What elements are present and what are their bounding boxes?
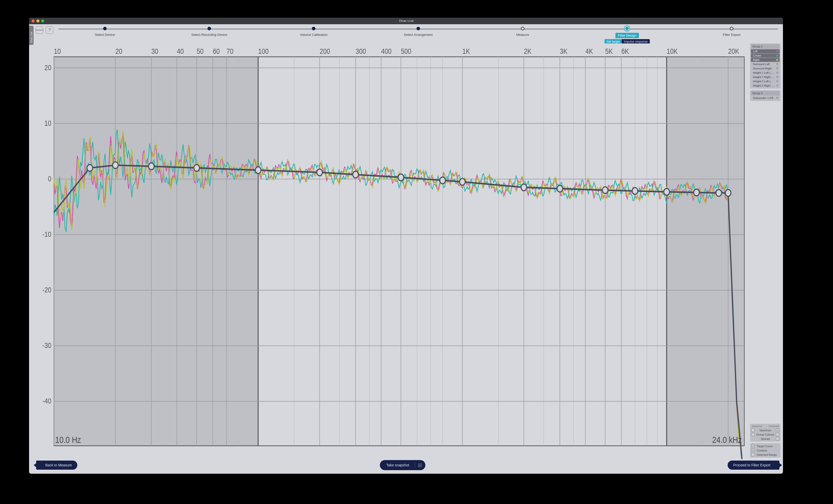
option-row: Group Colours [751, 432, 780, 436]
step-label: Measure [516, 33, 529, 36]
progress-stepper: Select DeviceSelect Recording DeviceVolu… [56, 27, 781, 42]
step-label: Volume Calibration [300, 33, 328, 36]
channel-row[interactable]: Right [751, 58, 780, 62]
svg-text:5K: 5K [605, 47, 613, 55]
channel-row[interactable]: Subwoofer / LFE [751, 96, 780, 100]
channel-group: Group 2Subwoofer / LFE [750, 90, 781, 101]
svg-text:20K: 20K [728, 47, 739, 55]
svg-point-84 [557, 185, 563, 192]
svg-point-77 [256, 167, 261, 174]
chart-area[interactable]: 102030405060701002003004005001K2K3K4K5K6… [35, 44, 748, 459]
channel-name: Surround Right [753, 67, 777, 70]
checkbox-corrected[interactable] [776, 437, 779, 440]
channel-name: Center [753, 54, 776, 57]
channel-row[interactable]: Height 1 Right … [751, 75, 780, 79]
step-dot [208, 27, 211, 30]
close-icon[interactable] [31, 20, 34, 23]
svg-point-73 [87, 165, 93, 171]
group-header[interactable]: Group 2 [751, 91, 780, 96]
checkbox-corrected[interactable] [776, 433, 779, 436]
channel-row[interactable]: Height 2 Right … [751, 83, 780, 87]
channel-color-icon [777, 72, 778, 74]
step-dot [521, 27, 524, 30]
step-1[interactable]: Select Recording Device [161, 27, 258, 44]
channel-row[interactable]: Center [751, 53, 780, 57]
channel-color-icon [776, 50, 778, 52]
option-label: Spread [755, 437, 776, 440]
channel-name: Right [753, 58, 776, 61]
channel-row[interactable]: Surround Right [751, 67, 780, 71]
channel-name: Left [753, 50, 776, 53]
step-0[interactable]: Select Device [56, 27, 154, 44]
channel-name: Height 2 Right … [753, 84, 777, 87]
checkbox-corrected[interactable] [776, 428, 779, 432]
window-title: Dirac Live [44, 19, 768, 23]
checkbox-measured[interactable] [752, 428, 755, 432]
svg-point-83 [521, 184, 527, 191]
svg-text:500: 500 [401, 47, 411, 55]
channel-color-icon [777, 63, 778, 65]
svg-text:300: 300 [356, 47, 366, 55]
channel-row[interactable]: Surround Left [751, 62, 780, 66]
back-button[interactable]: Back to Measure [36, 460, 77, 470]
channel-color-icon [777, 68, 778, 69]
minimize-icon[interactable] [37, 20, 40, 23]
svg-text:6K: 6K [621, 47, 629, 55]
step-2[interactable]: Volume Calibration [265, 27, 363, 44]
svg-text:10: 10 [45, 119, 52, 127]
svg-text:24.0 kHz: 24.0 kHz [712, 434, 742, 445]
option-row: Spread [751, 436, 780, 441]
menu-button[interactable] [35, 26, 43, 34]
step-dot [625, 27, 629, 30]
svg-text:-30: -30 [43, 341, 52, 350]
checkbox[interactable] [752, 449, 755, 452]
option-row: Detected Range [751, 453, 780, 457]
channel-color-icon [777, 97, 778, 99]
maximize-icon[interactable] [41, 20, 44, 23]
svg-text:1K: 1K [462, 47, 470, 55]
svg-point-88 [694, 189, 699, 196]
option-label: Target Curve [755, 445, 779, 448]
channel-color-icon [776, 59, 778, 61]
svg-text:200: 200 [320, 47, 330, 55]
step-3[interactable]: Select Arrangement [369, 27, 467, 44]
svg-text:-40: -40 [43, 397, 52, 405]
help-button[interactable]: ? [46, 26, 53, 34]
channel-name: Height 1 Left (… [753, 71, 777, 74]
step-4[interactable]: Measure [474, 27, 572, 44]
svg-text:50: 50 [197, 47, 204, 55]
channel-name: Height 2 Left (… [753, 80, 777, 83]
svg-point-82 [460, 178, 465, 185]
snapshot-list-icon[interactable] [419, 463, 422, 467]
svg-point-87 [664, 188, 669, 195]
svg-text:20: 20 [45, 64, 52, 72]
channel-row[interactable]: Height 1 Left (… [751, 71, 780, 75]
svg-point-78 [317, 169, 323, 176]
titlebar: Dirac Live [29, 18, 783, 24]
svg-text:10.0 Hz: 10.0 Hz [55, 434, 81, 445]
snapshot-button[interactable]: Take snapshot [380, 460, 425, 470]
option-label: Spectrum [755, 429, 776, 432]
svg-point-86 [632, 187, 638, 194]
channel-row[interactable]: Height 2 Left (… [751, 79, 780, 83]
display-options-2: Target CurveCurtainsDetected Range [750, 443, 781, 457]
traffic-lights [31, 20, 44, 23]
option-row: Target Curve [751, 444, 780, 448]
svg-text:60: 60 [213, 47, 220, 55]
checkbox[interactable] [752, 445, 755, 448]
option-label: Group Colours [755, 433, 776, 436]
channel-color-icon [777, 76, 778, 78]
step-5[interactable]: Filter DesignSet targetImpulse response [578, 27, 676, 44]
checkbox-measured[interactable] [752, 433, 755, 436]
svg-point-76 [194, 165, 199, 171]
svg-point-90 [725, 190, 731, 196]
svg-text:10: 10 [54, 47, 61, 55]
group-header[interactable]: Group 1 [751, 44, 780, 49]
svg-point-74 [113, 162, 118, 169]
checkbox[interactable] [752, 453, 755, 456]
channel-row[interactable]: Left [751, 49, 780, 53]
col-corrected: Corrected [769, 425, 779, 428]
side-tab[interactable]: Dirac Live [29, 26, 33, 45]
proceed-button[interactable]: Proceed to Filter Export [728, 460, 780, 470]
step-6[interactable]: Filter Export [683, 27, 781, 44]
